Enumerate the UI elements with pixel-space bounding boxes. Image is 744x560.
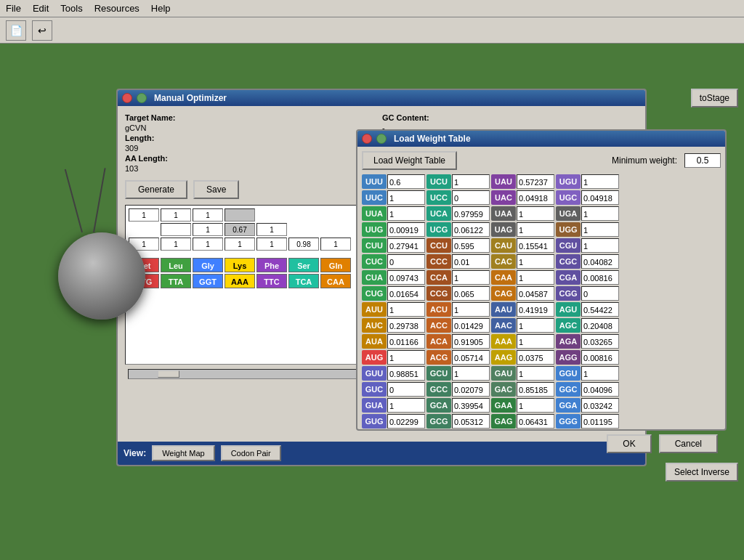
codon-label-AUC[interactable]: AUC: [362, 318, 387, 333]
codon-value-CAU[interactable]: 0.15541: [517, 238, 554, 253]
codon-value-ACC[interactable]: 0.01429: [452, 318, 490, 333]
codon-value-GCA[interactable]: 0.39954: [452, 398, 490, 413]
codon-value-CGU[interactable]: 1: [581, 238, 619, 253]
codon-value-UGC[interactable]: 0.04918: [581, 190, 619, 205]
codon-value-CCU[interactable]: 0.595: [452, 238, 490, 253]
codon-label-GGC[interactable]: GGC: [556, 382, 581, 397]
lwt-close-btn[interactable]: [362, 134, 372, 144]
codon-label-UAC[interactable]: UAC: [491, 190, 516, 205]
codon-label-CGC[interactable]: CGC: [556, 254, 581, 269]
codon-label-CCA[interactable]: CCA: [426, 270, 451, 285]
codon-value-UUC[interactable]: 1: [387, 190, 425, 205]
weight-input-3-6[interactable]: [288, 238, 319, 251]
codon-value-GAA[interactable]: 1: [517, 398, 554, 413]
weight-map-button[interactable]: Weight Map: [152, 445, 215, 461]
weight-input-1-4[interactable]: [225, 208, 255, 222]
aa-leu[interactable]: Leu: [161, 258, 191, 272]
codon-value-CGA[interactable]: 0.00816: [581, 270, 619, 285]
codon-value-GUU[interactable]: 0.98851: [387, 366, 425, 381]
codon-value-AUA[interactable]: 0.01166: [387, 334, 425, 349]
codon-label-GCC[interactable]: GCC: [426, 382, 451, 397]
codon-value-CAC[interactable]: 1: [517, 254, 554, 269]
codon-ggt[interactable]: GGT: [193, 274, 223, 288]
codon-label-AGC[interactable]: AGC: [556, 318, 581, 333]
codon-label-CGA[interactable]: CGA: [556, 270, 581, 285]
codon-value-AAC[interactable]: 1: [517, 318, 554, 333]
codon-value-CCA[interactable]: 1: [452, 270, 490, 285]
weight-input-3-5[interactable]: [256, 238, 287, 251]
codon-label-GUG[interactable]: GUG: [362, 414, 387, 429]
lwt-ok-button[interactable]: OK: [607, 434, 651, 453]
weight-input-3-7[interactable]: [320, 238, 351, 251]
codon-label-UAA[interactable]: UAA: [491, 206, 516, 221]
codon-label-ACU[interactable]: ACU: [426, 302, 451, 317]
codon-label-UAU[interactable]: UAU: [491, 174, 516, 189]
weight-input-3-2[interactable]: [161, 238, 191, 251]
codon-value-GUG[interactable]: 0.02299: [387, 414, 425, 429]
codon-label-AUU[interactable]: AUU: [362, 302, 387, 317]
weight-input-2-1[interactable]: [161, 223, 191, 236]
codon-label-UUC[interactable]: UUC: [362, 190, 387, 205]
aa-phe[interactable]: Phe: [256, 258, 287, 272]
codon-value-UAC[interactable]: 0.04918: [517, 190, 554, 205]
codon-tca[interactable]: TCA: [288, 274, 319, 288]
weight-input-2-4[interactable]: [256, 223, 287, 236]
codon-label-AGG[interactable]: AGG: [556, 350, 581, 365]
codon-label-UCC[interactable]: UCC: [426, 190, 451, 205]
codon-value-UUA[interactable]: 1: [387, 206, 425, 221]
codon-value-UAU[interactable]: 0.57237: [517, 174, 554, 189]
codon-label-AAU[interactable]: AAU: [491, 302, 516, 317]
window-min-btn[interactable]: [137, 93, 147, 103]
codon-label-CAC[interactable]: CAC: [491, 254, 516, 269]
codon-label-GAG[interactable]: GAG: [491, 414, 516, 429]
codon-aaa[interactable]: AAA: [225, 274, 255, 288]
codon-label-UUU[interactable]: UUU: [362, 174, 387, 189]
codon-label-ACG[interactable]: ACG: [426, 350, 451, 365]
codon-label-CGU[interactable]: CGU: [556, 238, 581, 253]
codon-label-AAA[interactable]: AAA: [491, 334, 516, 349]
codon-value-UGU[interactable]: 1: [581, 174, 619, 189]
codon-label-GAC[interactable]: GAC: [491, 382, 516, 397]
codon-label-ACA[interactable]: ACA: [426, 334, 451, 349]
codon-value-CAG[interactable]: 0.04587: [517, 286, 554, 301]
codon-label-CGG[interactable]: CGG: [556, 286, 581, 301]
menu-help[interactable]: Help: [151, 3, 171, 14]
codon-label-GCG[interactable]: GCG: [426, 414, 451, 429]
codon-label-AGU[interactable]: AGU: [556, 302, 581, 317]
codon-label-CAG[interactable]: CAG: [491, 286, 516, 301]
codon-value-CAA[interactable]: 1: [517, 270, 554, 285]
lwt-min-btn[interactable]: [376, 134, 387, 144]
codon-value-AAG[interactable]: 0.0375: [517, 350, 554, 365]
menu-resources[interactable]: Resources: [94, 3, 140, 14]
toolbar-btn-1[interactable]: 📄: [6, 20, 26, 41]
codon-value-ACG[interactable]: 0.05714: [452, 350, 490, 365]
codon-value-GAG[interactable]: 0.06431: [517, 414, 554, 429]
toolbar-btn-2[interactable]: ↩: [32, 20, 52, 41]
codon-value-GCC[interactable]: 0.02079: [452, 382, 490, 397]
codon-label-GCU[interactable]: GCU: [426, 366, 451, 381]
codon-label-UGU[interactable]: UGU: [556, 174, 581, 189]
codon-value-UCU[interactable]: 1: [452, 174, 490, 189]
lwt-cancel-button[interactable]: Cancel: [659, 434, 718, 453]
codon-value-AGU[interactable]: 0.54422: [581, 302, 619, 317]
codon-label-GUU[interactable]: GUU: [362, 366, 387, 381]
codon-label-AAC[interactable]: AAC: [491, 318, 516, 333]
weight-input-2-2[interactable]: [193, 223, 223, 236]
codon-value-UUU[interactable]: 0.6: [387, 174, 425, 189]
codon-value-GUC[interactable]: 0: [387, 382, 425, 397]
codon-value-GUA[interactable]: 1: [387, 398, 425, 413]
codon-caa[interactable]: CAA: [320, 274, 351, 288]
weight-input-2-3[interactable]: [225, 223, 255, 236]
codon-label-UGC[interactable]: UGC: [556, 190, 581, 205]
codon-label-UAG[interactable]: UAG: [491, 222, 516, 237]
codon-value-UGG[interactable]: 1: [581, 222, 619, 237]
codon-value-GCU[interactable]: 1: [452, 366, 490, 381]
codon-value-AUU[interactable]: 1: [387, 302, 425, 317]
codon-value-CUG[interactable]: 0.01654: [387, 286, 425, 301]
codon-value-UCA[interactable]: 0.97959: [452, 206, 490, 221]
codon-value-CGG[interactable]: 0: [581, 286, 619, 301]
codon-value-CUA[interactable]: 0.09743: [387, 270, 425, 285]
codon-label-GGG[interactable]: GGG: [556, 414, 581, 429]
aa-ser[interactable]: Ser: [288, 258, 319, 272]
codon-value-CUC[interactable]: 0: [387, 254, 425, 269]
